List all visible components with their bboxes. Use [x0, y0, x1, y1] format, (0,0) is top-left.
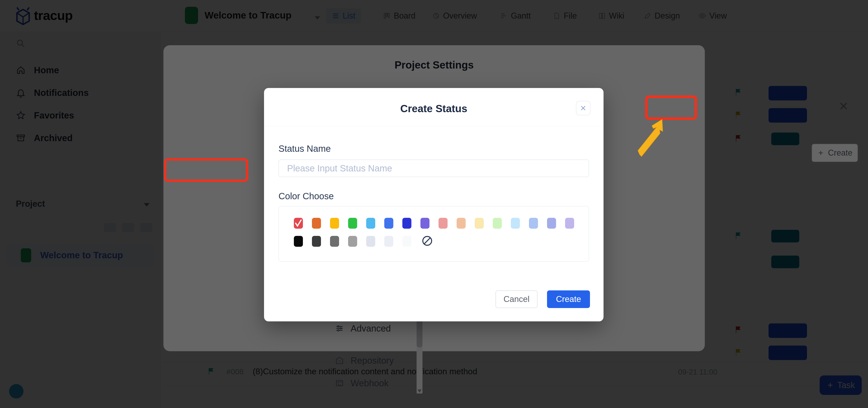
color-swatch[interactable] [457, 218, 466, 229]
annotation-highlight-task-status [164, 158, 248, 182]
color-swatch[interactable] [493, 218, 502, 229]
color-swatch[interactable] [312, 218, 321, 229]
status-name-label: Status Name [278, 144, 331, 154]
tracup-app-screenshot: { "topbar": { "logo_text": "tracup", "pr… [0, 0, 868, 408]
color-swatch[interactable] [438, 218, 447, 229]
color-swatch[interactable] [384, 218, 393, 229]
color-swatch[interactable] [384, 236, 393, 247]
color-palette [278, 206, 589, 262]
create-button[interactable]: Create [547, 290, 590, 308]
color-swatch[interactable] [366, 236, 375, 247]
close-button[interactable] [576, 101, 590, 115]
color-swatch-selected[interactable] [294, 218, 303, 229]
create-status-modal: Create Status Status Name Color Choose [264, 88, 603, 321]
color-swatch[interactable] [330, 236, 339, 247]
color-swatch[interactable] [529, 218, 538, 229]
color-choose-label: Color Choose [278, 191, 334, 201]
color-swatch[interactable] [475, 218, 484, 229]
annotation-arrow-icon [630, 114, 675, 160]
color-swatch[interactable] [402, 236, 411, 247]
color-swatch[interactable] [312, 236, 321, 247]
cancel-button[interactable]: Cancel [495, 290, 537, 308]
no-color-icon[interactable] [421, 235, 433, 247]
close-icon [580, 105, 587, 112]
color-swatch[interactable] [366, 218, 375, 229]
color-swatch[interactable] [565, 218, 574, 229]
create-status-title: Create Status [264, 103, 603, 115]
color-swatch[interactable] [330, 218, 339, 229]
color-swatch[interactable] [294, 236, 303, 247]
color-swatch[interactable] [348, 218, 357, 229]
color-swatch[interactable] [511, 218, 520, 229]
color-swatch[interactable] [402, 218, 411, 229]
status-name-input[interactable] [278, 159, 589, 177]
color-swatch[interactable] [348, 236, 357, 247]
color-swatch[interactable] [421, 218, 430, 229]
color-swatch[interactable] [547, 218, 556, 229]
check-icon [294, 218, 303, 229]
